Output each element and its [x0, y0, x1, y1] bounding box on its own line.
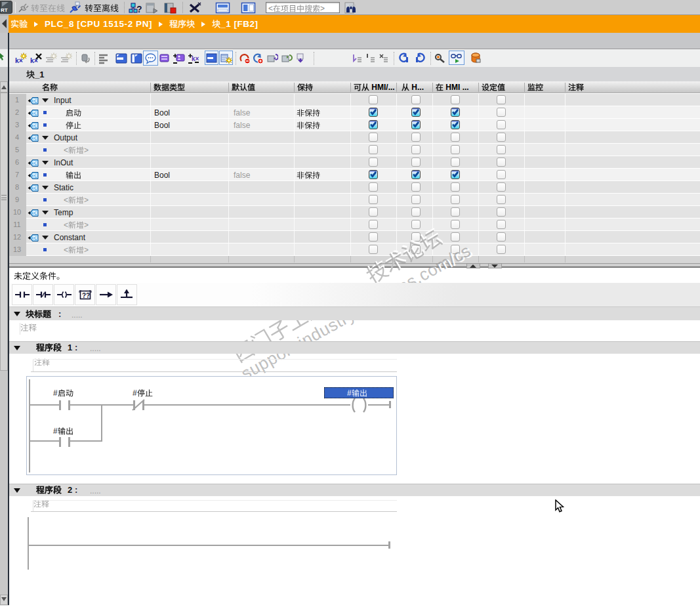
svg-text:k×: k× [192, 55, 199, 62]
svg-text:?: ? [136, 4, 142, 14]
svg-text:??: ?? [82, 292, 90, 299]
